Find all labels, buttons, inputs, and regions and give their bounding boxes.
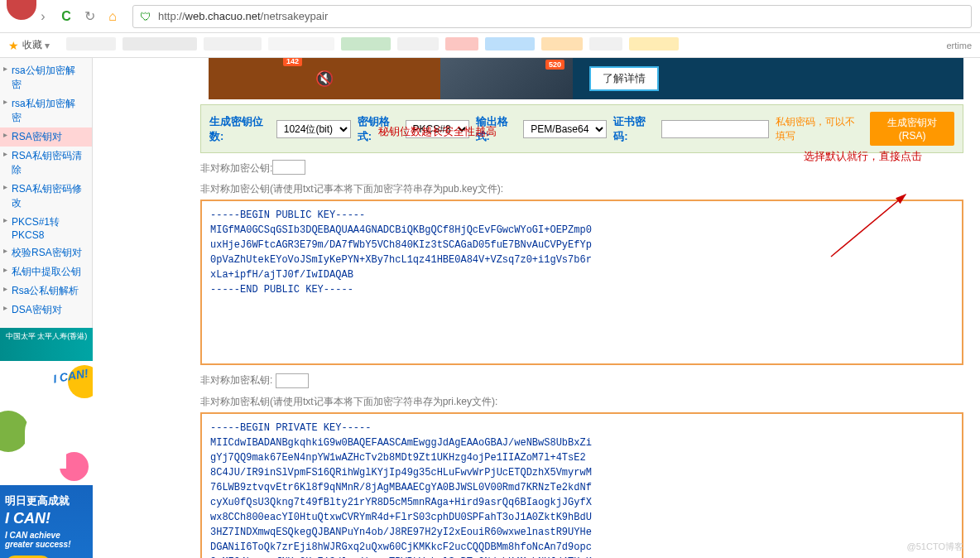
sidebar-item-8[interactable]: Rsa公私钥解析 [0, 281, 92, 301]
home-button[interactable]: ⌂ [101, 5, 124, 28]
sidebar-item-9[interactable]: DSA密钥对 [0, 301, 92, 320]
chevron-down-icon: ▾ [45, 40, 50, 51]
main-content: 🔇 142 520 了解详情 生成密钥位数: 1024位(bit) 密钥格式: … [93, 58, 980, 558]
ad-taiping[interactable]: 中国太平 太平人寿(香港) [0, 328, 93, 361]
cert-password-input[interactable] [661, 120, 769, 138]
private-key-textarea[interactable]: -----BEGIN PRIVATE KEY----- MIICdwIBADAN… [200, 412, 963, 559]
ad-area: 中国太平 太平人寿(香港) I CAN! 明日更高成就 I CAN! I CAN… [0, 328, 93, 558]
sidebar-item-5[interactable]: PKCS#1转PKCS8 [0, 213, 92, 243]
sidebar-item-2[interactable]: RSA密钥对 [0, 127, 92, 147]
annotation-bits: 秘钥位数越长安全性越高 [378, 124, 497, 139]
sidebar-item-1[interactable]: rsa私钥加密解密 [0, 94, 92, 127]
ad-ican[interactable]: I CAN! [0, 361, 93, 485]
sidebar-item-4[interactable]: RSA私钥密码修改 [0, 180, 92, 213]
generate-button[interactable]: 生成密钥对(RSA) [870, 112, 954, 146]
ertime-label: ertime [946, 41, 972, 51]
stop-button[interactable]: ↻ [78, 5, 101, 28]
detail-button[interactable]: 了解详情 [589, 66, 659, 91]
refresh-button[interactable]: C [55, 5, 78, 28]
browser-toolbar: ‹ › C ↻ ⌂ 🛡 http://web.chacuo.net/netrsa… [0, 0, 980, 33]
mute-icon[interactable]: 🔇 [315, 70, 334, 88]
ad-tomorrow[interactable]: 明日更高成就 I CAN! I CAN achieve greater succ… [0, 485, 93, 558]
sidebar: rsa公钥加密解密rsa私钥加密解密RSA密钥对RSA私钥密码清除RSA私钥密码… [0, 58, 93, 558]
favorites-button[interactable]: ★ 收藏 ▾ [8, 38, 50, 52]
pwd-hint: 私钥密码，可以不填写 [776, 115, 863, 143]
control-row: 生成密钥位数: 1024位(bit) 密钥格式: PKCS#8 输出格式: PE… [200, 104, 963, 153]
bits-label: 生成密钥位数: [209, 114, 270, 144]
annotation-click: 选择默认就行，直接点击 [804, 149, 922, 164]
privkey-aux-input[interactable] [276, 373, 309, 388]
watermark: @51CTO博客 [907, 541, 963, 553]
privkey-label-1: 非对称加密私钥: [200, 373, 272, 387]
pubkey-label-2: 非对称加密公钥(请使用txt记事本将下面加密字符串存为pub.key文件): [200, 182, 963, 196]
bits-select[interactable]: 1024位(bit) [276, 120, 351, 138]
sidebar-item-7[interactable]: 私钥中提取公钥 [0, 262, 92, 281]
url-text: http://web.chacuo.net/netrsakeypair [158, 10, 971, 22]
privkey-label-2: 非对称加密私钥(请使用txt记事本将下面加密字符串存为pri.key文件): [200, 395, 963, 409]
shield-icon: 🛡 [140, 10, 151, 23]
output-select[interactable]: PEM/Base64 [523, 120, 607, 138]
cert-pwd-label: 证书密码: [613, 114, 655, 144]
public-key-textarea[interactable]: -----BEGIN PUBLIC KEY----- MIGfMA0GCSqGS… [200, 200, 963, 365]
star-icon: ★ [8, 39, 19, 52]
sidebar-item-3[interactable]: RSA私钥密码清除 [0, 147, 92, 180]
sidebar-item-0[interactable]: rsa公钥加密解密 [0, 61, 92, 94]
address-bar[interactable]: 🛡 http://web.chacuo.net/netrsakeypair [132, 5, 972, 28]
bookmarks-bar: ★ 收藏 ▾ ertime [0, 33, 980, 58]
sidebar-item-6[interactable]: 校验RSA密钥对 [0, 243, 92, 262]
ad-banner[interactable]: 🔇 142 520 了解详情 [209, 58, 963, 99]
pubkey-aux-input[interactable] [272, 160, 305, 175]
